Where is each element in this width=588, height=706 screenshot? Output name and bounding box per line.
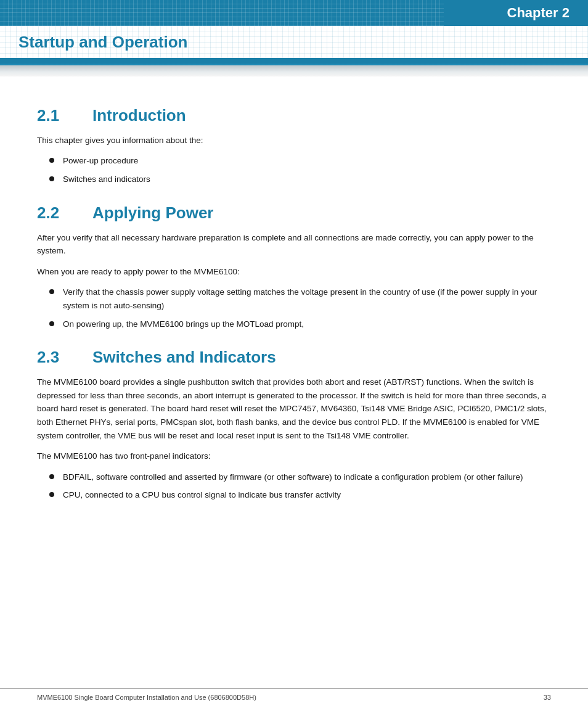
bullet-text: On powering up, the MVME6100 brings up t… bbox=[63, 318, 551, 331]
main-content: 2.1 Introduction This chapter gives you … bbox=[0, 76, 588, 548]
list-item: CPU, connected to a CPU bus control sign… bbox=[49, 488, 551, 502]
section-2-1-title: Introduction bbox=[92, 106, 186, 125]
bullet-dot bbox=[49, 474, 54, 479]
list-item: Power-up procedure bbox=[49, 154, 551, 168]
chapter-header: Chapter 2 bbox=[0, 0, 588, 26]
section-2-3-number: 2.3 bbox=[37, 348, 92, 367]
bullet-dot bbox=[49, 492, 54, 497]
list-item: BDFAIL, software controlled and asserted… bbox=[49, 470, 551, 484]
bullet-dot bbox=[49, 321, 54, 326]
bullet-text: BDFAIL, software controlled and asserted… bbox=[63, 470, 551, 484]
list-item: On powering up, the MVME6100 brings up t… bbox=[49, 318, 551, 331]
page-footer: MVME6100 Single Board Computer Installat… bbox=[0, 688, 588, 706]
bullet-dot bbox=[49, 158, 54, 163]
section-2-1-intro: This chapter gives you information about… bbox=[37, 134, 551, 147]
footer-page-number: 33 bbox=[544, 694, 551, 701]
section-2-3-title: Switches and Indicators bbox=[92, 348, 276, 367]
list-item: Switches and indicators bbox=[49, 173, 551, 186]
section-2-2-para-2: When you are ready to apply power to the… bbox=[37, 265, 551, 279]
section-2-1-bullets: Power-up procedure Switches and indicato… bbox=[49, 154, 551, 186]
footer-left-text: MVME6100 Single Board Computer Installat… bbox=[37, 694, 256, 701]
header-pattern bbox=[0, 0, 444, 26]
bullet-text: CPU, connected to a CPU bus control sign… bbox=[63, 488, 551, 502]
page-title: Startup and Operation bbox=[18, 32, 570, 53]
section-2-1-heading: 2.1 Introduction bbox=[37, 106, 551, 125]
section-2-3-para-1: The MVME6100 board provides a single pus… bbox=[37, 376, 551, 442]
section-2-1-number: 2.1 bbox=[37, 106, 92, 125]
section-2-2-heading: 2.2 Applying Power bbox=[37, 203, 551, 223]
bullet-text: Verify that the chassis power supply vol… bbox=[63, 285, 551, 312]
bullet-dot bbox=[49, 176, 54, 181]
bullet-text: Switches and indicators bbox=[63, 173, 551, 186]
section-2-3-heading: 2.3 Switches and Indicators bbox=[37, 348, 551, 367]
bullet-dot bbox=[49, 289, 54, 294]
section-2-2-title: Applying Power bbox=[92, 203, 213, 223]
section-2-3-bullets: BDFAIL, software controlled and asserted… bbox=[49, 470, 551, 502]
section-2-3-para-2: The MVME6100 has two front-panel indicat… bbox=[37, 449, 551, 463]
section-2-2-number: 2.2 bbox=[37, 203, 92, 223]
title-bar: Startup and Operation bbox=[0, 26, 588, 58]
blue-divider bbox=[0, 58, 588, 65]
chapter-label: Chapter 2 bbox=[483, 1, 588, 25]
gray-shadow bbox=[0, 65, 588, 76]
bullet-text: Power-up procedure bbox=[63, 154, 551, 168]
section-2-2-para-1: After you verify that all necessary hard… bbox=[37, 231, 551, 258]
section-2-2-bullets: Verify that the chassis power supply vol… bbox=[49, 285, 551, 330]
list-item: Verify that the chassis power supply vol… bbox=[49, 285, 551, 312]
